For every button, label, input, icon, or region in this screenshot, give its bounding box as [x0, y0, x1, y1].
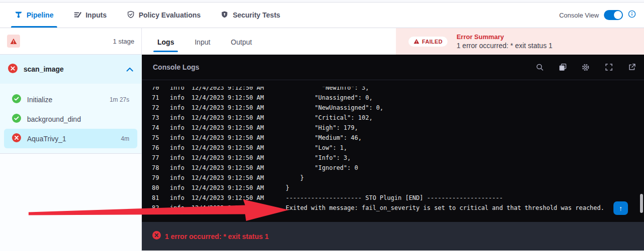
log-tab-row: Logs Input Output FAILED Error Summary 1…	[142, 28, 644, 55]
log-level: info	[170, 87, 191, 93]
stage-name: scan_image	[24, 65, 64, 73]
log-message: "Critical": 102,	[286, 113, 372, 123]
log-timestamp: 12/4/2023 9:12:50 AM	[191, 113, 286, 123]
console-logs-panel: Console Logs	[142, 55, 644, 222]
log-timestamp: 12/4/2023 9:12:50 AM	[191, 153, 286, 163]
security-shield-icon	[221, 11, 229, 20]
log-scroll-area[interactable]: 70info12/4/2023 9:12:50 AM "NewInfo": 3,…	[142, 87, 644, 222]
success-status-icon	[12, 94, 21, 105]
log-level: info	[170, 113, 191, 123]
log-message: "High": 179,	[286, 123, 358, 133]
log-line-number: 76	[152, 143, 170, 153]
open-in-new-icon[interactable]	[627, 63, 636, 72]
step-name: Initialize	[27, 96, 53, 104]
console-toolbar	[535, 63, 636, 72]
log-level: info	[170, 183, 191, 193]
log-line: 80info12/4/2023 9:12:50 AM}	[142, 183, 644, 193]
inputs-icon	[74, 11, 82, 20]
log-message: "NewUnassigned": 0,	[286, 103, 383, 113]
stages-sidebar: 1 stage scan_image	[0, 28, 142, 251]
info-icon[interactable]	[628, 10, 636, 20]
log-line: 74info12/4/2023 9:12:50 AM "High": 179,	[142, 123, 644, 133]
log-level: info	[170, 163, 191, 173]
step-row-initialize[interactable]: Initialize 1m 27s	[4, 90, 137, 109]
log-line: 75info12/4/2023 9:12:50 AM "Medium": 46,	[142, 133, 644, 143]
step-duration: 4m	[121, 135, 129, 142]
pipeline-icon	[15, 11, 23, 20]
scroll-to-top-button[interactable]: ↑	[613, 201, 628, 215]
log-line-number: 70	[152, 87, 170, 93]
log-line: 78info12/4/2023 9:12:50 AM "Ignored": 0	[142, 163, 644, 173]
log-line: 76info12/4/2023 9:12:50 AM "Low": 1,	[142, 143, 644, 153]
tab-logs[interactable]: Logs	[153, 30, 178, 53]
failed-status-icon	[8, 64, 18, 75]
log-line: 79info12/4/2023 9:12:50 AM }	[142, 173, 644, 183]
warning-chip[interactable]	[7, 35, 20, 48]
console-scrollbar-thumb[interactable]	[640, 194, 643, 213]
warning-triangle-icon	[413, 39, 419, 44]
log-message: "Low": 1,	[286, 143, 347, 153]
fullscreen-icon[interactable]	[604, 63, 613, 72]
pipeline-execution-page: Pipeline Inputs Policy Evaluations Secur…	[0, 0, 644, 251]
tab-pipeline[interactable]: Pipeline	[11, 3, 57, 28]
log-line-number: 73	[152, 113, 170, 123]
console-view-toggle[interactable]	[604, 10, 623, 20]
log-line-number: 79	[152, 173, 170, 183]
console-view-label: Console View	[559, 12, 599, 19]
tab-inputs[interactable]: Inputs	[70, 3, 110, 28]
policy-shield-icon	[127, 11, 135, 20]
header-tabs: Pipeline Inputs Policy Evaluations Secur…	[11, 3, 297, 28]
error-circle-icon	[152, 231, 161, 241]
log-timestamp: 12/4/2023 9:12:50 AM	[191, 87, 286, 93]
stage-row-scan-image[interactable]: scan_image	[0, 55, 141, 84]
log-level: info	[170, 93, 191, 103]
tab-output[interactable]: Output	[227, 30, 256, 53]
tab-policy-evaluations[interactable]: Policy Evaluations	[123, 3, 204, 28]
toggle-knob	[614, 11, 622, 19]
settings-icon[interactable]	[581, 63, 590, 72]
log-message: }	[286, 173, 304, 183]
stage-count: 1 stage	[113, 38, 134, 45]
step-row-aquatrivy[interactable]: AquaTrivy_1 4m	[4, 129, 137, 148]
footer-error-message: 1 error occurred: * exit status 1	[165, 232, 269, 240]
tab-pipeline-label: Pipeline	[27, 11, 54, 19]
search-icon[interactable]	[535, 63, 544, 72]
failed-status-icon	[12, 133, 21, 144]
log-line: 71info12/4/2023 9:12:50 AM "Unassigned":…	[142, 93, 644, 103]
console-title: Console Logs	[153, 63, 199, 71]
copy-icon[interactable]	[558, 63, 567, 72]
step-duration: 1m 27s	[110, 96, 129, 103]
error-summary-title: Error Summary	[457, 33, 552, 41]
tab-inputs-label: Inputs	[86, 11, 107, 19]
log-level: info	[170, 193, 191, 203]
console-header: Console Logs	[142, 55, 644, 80]
log-timestamp: 12/4/2023 9:12:50 AM	[191, 123, 286, 133]
chevron-up-icon[interactable]	[126, 65, 133, 74]
log-level: info	[170, 203, 191, 213]
step-row-background-dind[interactable]: background_dind	[4, 109, 137, 129]
log-line: 72info12/4/2023 9:12:50 AM "NewUnassigne…	[142, 103, 644, 113]
log-timestamp: 12/4/2023 9:12:50 AM	[191, 133, 286, 143]
log-line-number: 77	[152, 153, 170, 163]
log-line-number: 81	[152, 193, 170, 203]
log-line-number: 72	[152, 103, 170, 113]
log-message: "Info": 3,	[286, 153, 351, 163]
log-timestamp: 12/4/2023 9:12:50 AM	[191, 143, 286, 153]
log-line: 73info12/4/2023 9:12:50 AM "Critical": 1…	[142, 113, 644, 123]
log-level: info	[170, 103, 191, 113]
tab-security-tests[interactable]: Security Tests	[217, 3, 284, 28]
log-level: info	[170, 143, 191, 153]
log-line-number: 71	[152, 93, 170, 103]
log-timestamp: 12/4/2023 9:12:50 AM	[191, 193, 286, 203]
stage-group: scan_image Initialize 1m 27s	[0, 55, 141, 154]
log-timestamp: 12/4/2023 9:12:50 AM	[191, 203, 286, 213]
log-line-number: 82	[152, 203, 170, 213]
log-line-number: 75	[152, 133, 170, 143]
step-name: background_dind	[27, 115, 81, 123]
tab-input[interactable]: Input	[190, 30, 214, 53]
content-area: 1 stage scan_image	[0, 28, 644, 251]
log-message: "Ignored": 0	[286, 163, 358, 173]
tab-policy-evaluations-label: Policy Evaluations	[139, 11, 201, 19]
log-level: info	[170, 173, 191, 183]
main-column: Logs Input Output FAILED Error Summary 1…	[142, 28, 644, 251]
